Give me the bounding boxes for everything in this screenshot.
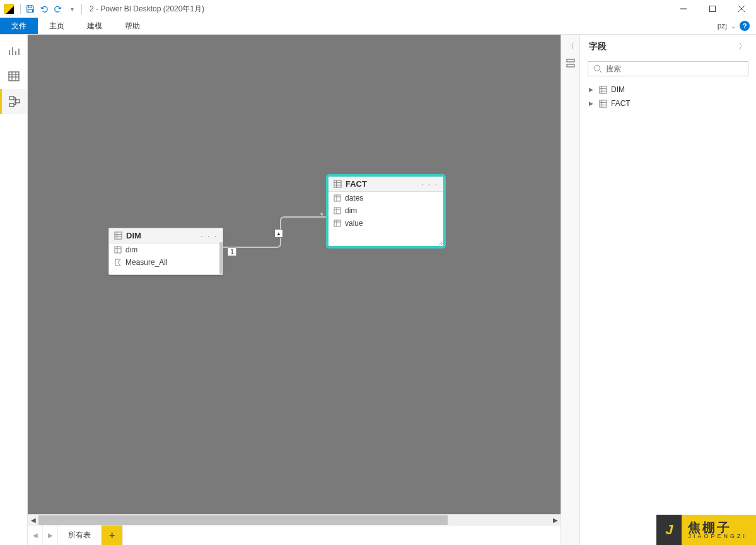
svg-rect-15 <box>600 100 607 107</box>
table-menu-button[interactable]: · · · <box>421 180 438 189</box>
table-name: FACT <box>346 179 417 189</box>
horizontal-scrollbar[interactable]: ◀ ▶ <box>28 514 561 525</box>
fields-panel: 字段 〉 ▶ DIM ▶ FACT <box>579 35 756 545</box>
caret-icon: ▶ <box>589 100 595 107</box>
svg-rect-0 <box>710 6 716 12</box>
title-bar: ▾ 2 - Power BI Desktop (2020年1月) <box>0 0 756 18</box>
diagram-tabs: ◀ ▶ 所有表 + <box>28 525 561 545</box>
table-icon <box>599 86 607 94</box>
table-tree-item-dim[interactable]: ▶ DIM <box>586 83 750 97</box>
tab-prev-button[interactable]: ◀ <box>28 525 43 545</box>
watermark-cn: 焦棚子 <box>688 521 747 534</box>
user-label[interactable]: pzj <box>718 21 727 30</box>
properties-icon <box>566 58 576 68</box>
scroll-right-button[interactable]: ▶ <box>550 515 561 525</box>
field-name: dim <box>345 206 357 215</box>
app-icon <box>4 4 14 14</box>
tab-next-button[interactable]: ▶ <box>43 525 58 545</box>
caret-icon: ▶ <box>589 86 595 93</box>
table-header[interactable]: FACT · · · <box>329 177 443 192</box>
field-row[interactable]: Measure_All <box>109 256 223 269</box>
table-card-fact[interactable]: FACT · · · dates dim value <box>328 176 444 247</box>
save-button[interactable] <box>23 2 37 16</box>
field-row[interactable]: value <box>329 217 443 230</box>
svg-rect-8 <box>334 195 340 201</box>
model-canvas[interactable]: 1 ▲ * DIM · · · dim Measure_All <box>28 35 561 514</box>
resize-handle[interactable] <box>436 239 443 245</box>
field-name: dates <box>345 194 363 202</box>
measure-icon <box>114 259 122 266</box>
collapse-panel-button[interactable]: 〉 <box>738 41 747 52</box>
table-icon <box>334 180 342 188</box>
scroll-left-button[interactable]: ◀ <box>28 515 38 525</box>
svg-rect-5 <box>115 232 122 239</box>
field-row[interactable]: dates <box>329 192 443 204</box>
data-view-button[interactable] <box>0 64 27 89</box>
field-name: value <box>345 219 363 228</box>
separator <box>20 4 21 14</box>
field-row[interactable]: dim <box>329 204 443 217</box>
report-view-button[interactable] <box>0 38 27 64</box>
svg-rect-7 <box>334 180 341 187</box>
table-name: DIM <box>126 231 197 240</box>
table-card-dim[interactable]: DIM · · · dim Measure_All <box>108 228 223 275</box>
field-icon <box>334 207 341 214</box>
table-icon <box>599 100 607 108</box>
add-diagram-button[interactable]: + <box>102 525 123 545</box>
fields-panel-title: 字段 <box>589 41 738 52</box>
ribbon-tab-modeling[interactable]: 建模 <box>76 18 113 34</box>
svg-rect-1 <box>9 72 19 81</box>
maximize-button[interactable] <box>698 0 727 18</box>
redo-icon <box>54 4 62 13</box>
svg-rect-12 <box>567 64 574 67</box>
properties-panel-collapsed: 〈 <box>561 35 579 545</box>
close-button[interactable] <box>727 0 756 18</box>
search-input[interactable] <box>606 64 743 73</box>
fields-search-box[interactable] <box>588 61 748 76</box>
ribbon-tab-file[interactable]: 文件 <box>0 18 38 34</box>
redo-button[interactable] <box>51 2 65 16</box>
user-chevron-down-icon[interactable]: ⌄ <box>731 23 736 30</box>
table-icon <box>114 231 122 240</box>
scrollbar-thumb[interactable] <box>219 242 223 274</box>
ribbon-tab-home[interactable]: 主页 <box>38 18 76 34</box>
search-icon <box>593 64 602 73</box>
field-icon <box>334 194 341 202</box>
svg-rect-6 <box>115 247 121 253</box>
direction-arrow-icon: ▲ <box>274 229 283 238</box>
watermark: J 焦棚子 JIAOPENGZI <box>656 515 756 545</box>
maximize-icon <box>709 6 716 12</box>
field-icon <box>334 220 341 227</box>
field-row[interactable]: dim <box>109 243 223 256</box>
data-view-icon <box>8 71 20 82</box>
undo-icon <box>40 4 49 13</box>
expand-panel-button[interactable]: 〈 <box>567 41 574 52</box>
ribbon: 文件 主页 建模 帮助 pzj ⌄ ? <box>0 18 756 35</box>
svg-rect-9 <box>334 208 340 214</box>
cardinality-one-label: 1 <box>228 247 236 256</box>
table-menu-button[interactable]: · · · <box>201 231 218 240</box>
qat-customize-button[interactable]: ▾ <box>65 2 79 16</box>
scroll-thumb[interactable] <box>38 515 448 525</box>
svg-point-13 <box>595 66 600 71</box>
table-header[interactable]: DIM · · · <box>109 228 223 243</box>
field-name: Measure_All <box>125 258 168 267</box>
cardinality-many-label: * <box>320 211 323 220</box>
model-view-icon <box>9 96 20 107</box>
svg-rect-11 <box>567 59 574 62</box>
watermark-logo: J <box>656 515 682 545</box>
model-view-button[interactable] <box>0 89 27 114</box>
table-tree-label: DIM <box>611 85 625 94</box>
ribbon-tab-help[interactable]: 帮助 <box>113 18 151 34</box>
help-icon[interactable]: ? <box>740 21 750 31</box>
field-name: dim <box>125 245 137 254</box>
canvas-area: 1 ▲ * DIM · · · dim Measure_All <box>28 35 561 545</box>
window-title: 2 - Power BI Desktop (2020年1月) <box>90 4 204 15</box>
watermark-en: JIAOPENGZI <box>688 534 747 539</box>
table-tree-item-fact[interactable]: ▶ FACT <box>586 97 750 110</box>
separator <box>81 4 82 14</box>
undo-button[interactable] <box>37 2 51 16</box>
minimize-button[interactable] <box>669 0 698 18</box>
scroll-track[interactable] <box>38 515 550 525</box>
diagram-tab-all[interactable]: 所有表 <box>58 525 102 545</box>
